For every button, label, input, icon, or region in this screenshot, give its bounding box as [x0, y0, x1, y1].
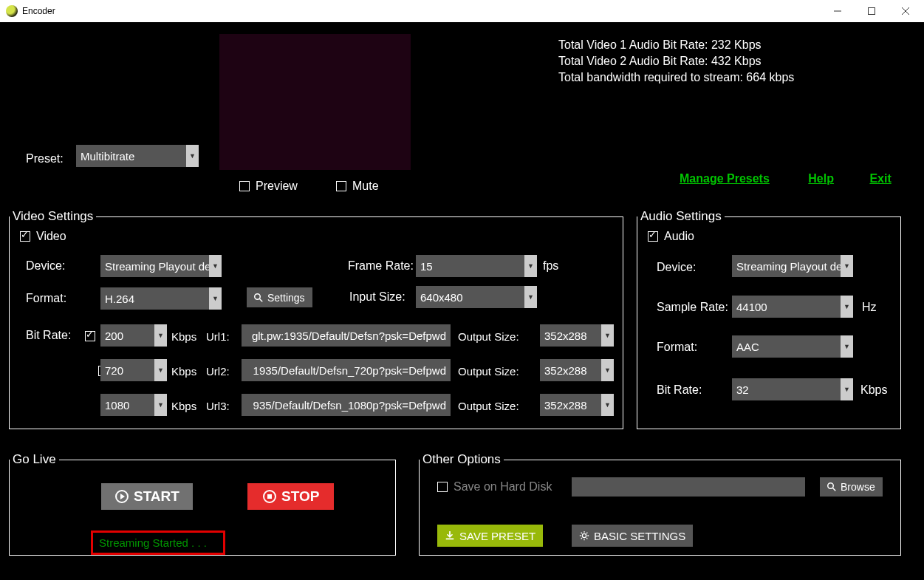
- other-legend: Other Options: [420, 452, 504, 467]
- svg-line-11: [833, 488, 836, 491]
- url3-value: 935/Default/Defsn_1080p?psk=Defpwd: [253, 399, 446, 412]
- mute-checkbox[interactable]: [336, 181, 346, 191]
- bitrate-2-select[interactable]: 720 ▼: [100, 359, 167, 381]
- help-link[interactable]: Help: [808, 172, 834, 185]
- out2-label: Output Size:: [458, 365, 519, 378]
- play-icon: [114, 489, 129, 504]
- stop-button[interactable]: STOP: [247, 483, 334, 510]
- bitrate-1-value: 200: [105, 330, 123, 342]
- header-links: Manage Presets Help Exit: [680, 172, 892, 185]
- audio-device-value: Streaming Playout de: [736, 260, 842, 273]
- svg-rect-1: [869, 8, 875, 15]
- mute-checkbox-row: Mute: [336, 180, 379, 193]
- minimize-icon: [834, 7, 841, 15]
- close-button[interactable]: [889, 0, 923, 22]
- video-settings-group: Video Settings Video Device: Streaming P…: [9, 209, 623, 429]
- video-settings-button[interactable]: Settings: [247, 287, 312, 307]
- bitrate-3-unit: Kbps: [171, 400, 196, 412]
- stream-status-box: Streaming Started . . .: [91, 530, 225, 555]
- bitrate-3-select[interactable]: 1080 ▼: [100, 394, 167, 416]
- svg-point-10: [828, 483, 834, 489]
- out3-select[interactable]: 352x288 ▼: [540, 394, 614, 416]
- audio-device-select[interactable]: Streaming Playout de ▼: [732, 255, 853, 277]
- save-path-input[interactable]: [572, 477, 805, 497]
- status-text: Total Video 1 Audio Bit Rate: 232 Kbps T…: [558, 37, 794, 86]
- maximize-button[interactable]: [855, 0, 889, 22]
- bitrate-2-unit: Kbps: [171, 365, 196, 378]
- bitrate-1-select[interactable]: 200 ▼: [100, 324, 167, 347]
- url2-input[interactable]: 1935/Default/Defsn_720p?psk=Defpwd: [242, 359, 451, 381]
- bitrate-1-unit: Kbps: [171, 330, 196, 343]
- close-icon: [902, 7, 909, 15]
- status-line-1: Total Video 1 Audio Bit Rate: 232 Kbps: [558, 37, 794, 53]
- other-options-group: Other Options Save on Hard Disk Browse S…: [419, 452, 901, 556]
- preview-checkbox[interactable]: [239, 181, 250, 191]
- audio-format-select[interactable]: AAC ▼: [732, 335, 853, 358]
- sample-rate-select[interactable]: 44100 ▼: [732, 296, 853, 318]
- save-disk-checkbox[interactable]: [437, 482, 448, 492]
- basic-settings-label: BASIC SETTINGS: [594, 530, 685, 542]
- titlebar: Encoder: [0, 0, 924, 22]
- stop-label: STOP: [281, 488, 319, 505]
- chevron-down-icon: ▼: [601, 324, 614, 347]
- url1-input[interactable]: glt.pw:1935/Default/Defsn?psk=Defpwd: [242, 324, 451, 347]
- out2-select[interactable]: 352x288 ▼: [540, 359, 614, 381]
- chevron-down-icon: ▼: [154, 394, 167, 416]
- chevron-down-icon: ▼: [154, 324, 167, 347]
- go-live-legend: Go Live: [10, 452, 59, 467]
- manage-presets-link[interactable]: Manage Presets: [680, 172, 770, 185]
- svg-point-12: [582, 533, 586, 537]
- url1-value: glt.pw:1935/Default/Defsn?psk=Defpwd: [252, 330, 446, 342]
- out3-value: 352x288: [544, 399, 587, 412]
- exit-link[interactable]: Exit: [869, 172, 891, 185]
- start-button[interactable]: START: [101, 483, 193, 510]
- status-line-2: Total Video 2 Audio Bit Rate: 432 Kbps: [558, 53, 794, 69]
- video-legend: Video Settings: [10, 209, 96, 224]
- browse-label: Browse: [841, 481, 875, 493]
- video-device-select[interactable]: Streaming Playout de ▼: [100, 255, 222, 277]
- minimize-button[interactable]: [821, 0, 855, 22]
- audio-legend: Audio Settings: [637, 209, 725, 224]
- audio-enable-checkbox[interactable]: [648, 231, 658, 242]
- chevron-down-icon: ▼: [841, 296, 853, 318]
- bitrate-2-value: 720: [105, 364, 123, 377]
- out1-select[interactable]: 352x288 ▼: [540, 324, 614, 347]
- chevron-down-icon: ▼: [601, 394, 614, 416]
- preset-select[interactable]: Multibitrate ▼: [76, 145, 199, 167]
- audio-format-value: AAC: [736, 341, 759, 353]
- video-enable-label: Video: [36, 230, 66, 243]
- svg-point-4: [255, 293, 261, 299]
- sample-rate-unit: Hz: [862, 301, 877, 314]
- basic-settings-button[interactable]: BASIC SETTINGS: [572, 525, 693, 547]
- video-device-label: Device:: [26, 259, 65, 273]
- chevron-down-icon: ▼: [601, 359, 614, 381]
- preset-value: Multibitrate: [81, 150, 134, 163]
- sample-rate-label: Sample Rate:: [657, 301, 728, 314]
- url2-value: 1935/Default/Defsn_720p?psk=Defpwd: [253, 364, 446, 377]
- video-preview: [219, 34, 411, 170]
- chevron-down-icon: ▼: [209, 255, 222, 277]
- bitrate-3-value: 1080: [105, 399, 129, 412]
- client-area: Total Video 1 Audio Bit Rate: 232 Kbps T…: [0, 22, 924, 580]
- frame-rate-select[interactable]: 15 ▼: [416, 255, 537, 277]
- mute-label: Mute: [352, 180, 379, 193]
- search-icon: [254, 293, 263, 302]
- audio-bitrate-select[interactable]: 32 ▼: [732, 378, 853, 400]
- url3-label: Url3:: [206, 400, 230, 412]
- url3-input[interactable]: 935/Default/Defsn_1080p?psk=Defpwd: [242, 394, 451, 416]
- video-format-select[interactable]: H.264 ▼: [100, 287, 222, 310]
- chevron-down-icon: ▼: [209, 287, 222, 310]
- stream-status-text: Streaming Started . . .: [99, 536, 207, 549]
- video-enable-checkbox[interactable]: [20, 231, 30, 242]
- browse-button[interactable]: Browse: [820, 477, 883, 497]
- svg-rect-9: [267, 494, 272, 499]
- bitrate-row-1-checkbox[interactable]: [85, 331, 95, 341]
- audio-bitrate-label: Bit Rate:: [657, 383, 702, 397]
- sample-rate-value: 44100: [736, 301, 767, 313]
- bit-rate-label: Bit Rate:: [26, 329, 71, 342]
- preview-checkbox-row: Preview: [239, 180, 298, 193]
- input-size-select[interactable]: 640x480 ▼: [416, 286, 537, 308]
- frame-rate-unit: fps: [543, 259, 558, 273]
- save-preset-button[interactable]: SAVE PRESET: [437, 525, 543, 547]
- input-size-label: Input Size:: [349, 290, 405, 304]
